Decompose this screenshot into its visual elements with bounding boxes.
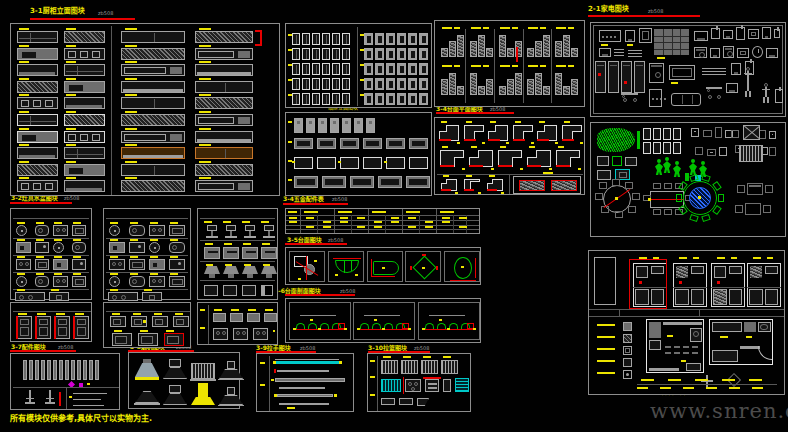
x-box — [743, 125, 760, 140]
title-hardware-table: 3-4五金配件表 — [283, 195, 324, 202]
dim-tick — [520, 168, 523, 170]
panel-micro-row[interactable] — [103, 302, 191, 348]
dim-label — [66, 144, 76, 146]
door-block — [292, 93, 300, 105]
text-dash — [674, 346, 680, 348]
dim-label — [51, 289, 59, 291]
fixture-block — [35, 276, 50, 287]
cad-shape — [410, 266, 412, 270]
fixture-block — [109, 276, 120, 287]
appliance-icon — [595, 61, 606, 93]
door-block — [342, 93, 350, 105]
dim-label — [515, 121, 521, 123]
cad-shape — [326, 35, 327, 44]
door-block — [419, 63, 428, 75]
door-block — [386, 48, 395, 60]
door-block — [397, 33, 406, 45]
door-block — [408, 93, 417, 105]
door-block — [653, 128, 661, 140]
dim-label — [125, 161, 137, 163]
cad-shape — [154, 99, 155, 108]
cad-shape — [602, 54, 608, 56]
cad-shape — [740, 346, 760, 349]
panel-door-blocks[interactable] — [285, 23, 432, 108]
dim-label — [442, 27, 452, 29]
cad-shape — [49, 390, 51, 392]
dim-label — [288, 179, 292, 181]
cad-shape — [68, 51, 76, 58]
cad-shape — [400, 66, 404, 73]
cad-shape — [316, 50, 317, 59]
panel-counter-sections[interactable] — [285, 298, 481, 343]
panel-hood-silhouettes[interactable] — [128, 352, 240, 409]
cad-canvas[interactable]: 3-1厨柜立面图块 zb508 2-1家电图块 zb508 3-4台面平面图块 … — [0, 0, 788, 432]
basket-block — [443, 379, 451, 392]
dim-label — [199, 161, 211, 163]
cad-shape — [336, 80, 337, 89]
panel-basin-grid[interactable] — [197, 208, 278, 300]
cad-shape — [247, 274, 253, 278]
cad-shape — [769, 55, 775, 57]
cad-shape — [153, 263, 157, 267]
panel-counter-shapes[interactable] — [285, 247, 481, 285]
cad-shape — [158, 279, 162, 283]
cad-shape — [357, 121, 360, 124]
text-dash — [683, 352, 689, 354]
panel-furniture-greenery[interactable] — [590, 122, 786, 237]
misc-icon — [731, 130, 739, 138]
panel-oven-row[interactable] — [10, 302, 92, 342]
cad-shape — [208, 251, 218, 253]
dim-label — [170, 222, 178, 224]
panel-cooktop-row[interactable] — [197, 302, 278, 345]
dim-label — [528, 65, 538, 67]
panel-hardware-schedule[interactable] — [285, 208, 480, 234]
panel-parts[interactable] — [10, 353, 120, 410]
cad-shape — [378, 96, 382, 103]
counter-shape — [488, 125, 508, 141]
drawer-block — [294, 118, 303, 133]
dim-label — [260, 362, 265, 364]
counter-shape — [537, 125, 557, 141]
appliance-icon — [621, 93, 638, 102]
panel-counter-plans[interactable] — [434, 117, 585, 195]
appliance-bar — [543, 86, 550, 95]
chair — [653, 183, 661, 189]
dim-label — [170, 273, 178, 275]
red-edge — [439, 139, 451, 141]
dim-label — [19, 128, 29, 130]
cabinet-block — [17, 131, 58, 143]
dim-label — [19, 111, 29, 113]
cad-shape — [134, 319, 142, 325]
chair — [595, 193, 603, 200]
cad-shape — [57, 263, 61, 267]
panel-appliance-elevations[interactable] — [434, 20, 585, 107]
panel-drawer-blocks[interactable] — [285, 112, 432, 196]
panel-cabinet-elevations[interactable] — [10, 23, 280, 196]
cad-shape — [628, 53, 642, 54]
cad-shape — [346, 80, 347, 89]
cad-shape — [118, 262, 122, 266]
dim-label — [73, 222, 81, 224]
door-block — [322, 48, 330, 60]
cad-shape — [320, 141, 333, 146]
sink-double — [15, 292, 45, 301]
cad-shape — [75, 245, 80, 250]
dim-label — [627, 44, 633, 46]
dim-label — [466, 121, 472, 123]
door-block — [673, 142, 681, 154]
tray-block — [417, 398, 429, 406]
micro-block — [152, 316, 168, 327]
title-baskets: 3-10拉篮图块 — [368, 344, 407, 351]
hood-canopy — [242, 266, 258, 274]
cad-shape — [367, 81, 371, 88]
panel-basket-blocks[interactable] — [367, 353, 471, 412]
panel-appliance-symbols[interactable] — [590, 22, 786, 117]
panel-stove-grid[interactable] — [10, 208, 92, 300]
col-line — [368, 209, 369, 233]
dim-label — [19, 61, 29, 63]
cad-shape — [124, 134, 166, 141]
panel-handle-profiles[interactable] — [256, 353, 354, 412]
panel-sink-grid[interactable] — [103, 208, 191, 300]
panel-kitchen-layouts[interactable] — [588, 250, 785, 395]
cabinet-block — [121, 131, 185, 143]
